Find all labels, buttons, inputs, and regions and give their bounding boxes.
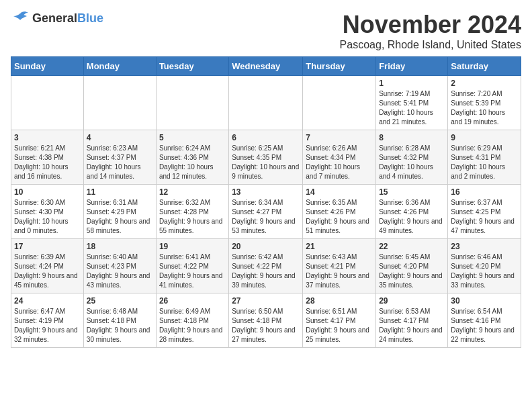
day-number: 27 <box>232 296 300 306</box>
day-number: 7 <box>306 133 373 142</box>
calendar-cell <box>11 76 84 130</box>
calendar-cell: 23Sunrise: 6:46 AM Sunset: 4:20 PM Dayli… <box>448 239 521 293</box>
day-number: 1 <box>379 79 445 88</box>
week-row-3: 10Sunrise: 6:30 AM Sunset: 4:30 PM Dayli… <box>11 185 521 239</box>
calendar-cell: 2Sunrise: 7:20 AM Sunset: 5:39 PM Daylig… <box>448 76 521 130</box>
location-title: Pascoag, Rhode Island, United States <box>340 39 521 51</box>
day-number: 12 <box>159 187 226 197</box>
weekday-header-thursday: Thursday <box>303 57 376 76</box>
day-number: 19 <box>159 242 226 251</box>
day-info: Sunrise: 6:49 AM Sunset: 4:18 PM Dayligh… <box>159 307 226 345</box>
day-info: Sunrise: 6:30 AM Sunset: 4:30 PM Dayligh… <box>14 198 81 236</box>
calendar-cell: 5Sunrise: 6:24 AM Sunset: 4:36 PM Daylig… <box>156 130 228 185</box>
calendar-cell <box>303 76 376 130</box>
day-info: Sunrise: 6:32 AM Sunset: 4:28 PM Dayligh… <box>159 198 226 236</box>
calendar-cell: 28Sunrise: 6:51 AM Sunset: 4:17 PM Dayli… <box>303 293 376 348</box>
calendar-cell: 27Sunrise: 6:50 AM Sunset: 4:18 PM Dayli… <box>229 293 303 348</box>
day-number: 30 <box>451 296 518 306</box>
calendar-cell: 9Sunrise: 6:29 AM Sunset: 4:31 PM Daylig… <box>448 130 521 185</box>
day-info: Sunrise: 6:31 AM Sunset: 4:29 PM Dayligh… <box>87 198 153 236</box>
calendar-cell: 21Sunrise: 6:43 AM Sunset: 4:21 PM Dayli… <box>303 239 376 293</box>
calendar-cell: 13Sunrise: 6:34 AM Sunset: 4:27 PM Dayli… <box>229 185 303 239</box>
calendar-cell: 3Sunrise: 6:21 AM Sunset: 4:38 PM Daylig… <box>11 130 84 185</box>
calendar-cell: 14Sunrise: 6:35 AM Sunset: 4:26 PM Dayli… <box>303 185 376 239</box>
day-number: 17 <box>14 242 81 251</box>
day-info: Sunrise: 6:39 AM Sunset: 4:24 PM Dayligh… <box>14 253 81 290</box>
day-number: 13 <box>232 187 300 197</box>
day-info: Sunrise: 7:20 AM Sunset: 5:39 PM Dayligh… <box>451 89 518 127</box>
day-info: Sunrise: 6:26 AM Sunset: 4:34 PM Dayligh… <box>306 144 373 181</box>
day-number: 18 <box>87 242 153 251</box>
calendar-cell: 10Sunrise: 6:30 AM Sunset: 4:30 PM Dayli… <box>11 185 84 239</box>
day-info: Sunrise: 6:50 AM Sunset: 4:18 PM Dayligh… <box>232 307 300 345</box>
weekday-header-sunday: Sunday <box>11 57 84 76</box>
day-info: Sunrise: 6:41 AM Sunset: 4:22 PM Dayligh… <box>159 253 226 290</box>
day-info: Sunrise: 6:29 AM Sunset: 4:31 PM Dayligh… <box>451 144 518 181</box>
weekday-header-row: SundayMondayTuesdayWednesdayThursdayFrid… <box>11 57 521 76</box>
day-number: 14 <box>306 187 373 197</box>
day-number: 3 <box>14 133 81 142</box>
calendar-cell: 6Sunrise: 6:25 AM Sunset: 4:35 PM Daylig… <box>229 130 303 185</box>
day-info: Sunrise: 6:28 AM Sunset: 4:32 PM Dayligh… <box>379 144 445 181</box>
calendar-cell: 16Sunrise: 6:37 AM Sunset: 4:25 PM Dayli… <box>448 185 521 239</box>
calendar-cell: 1Sunrise: 7:19 AM Sunset: 5:41 PM Daylig… <box>376 76 448 130</box>
day-number: 15 <box>379 187 445 197</box>
day-info: Sunrise: 7:19 AM Sunset: 5:41 PM Dayligh… <box>379 89 445 127</box>
day-number: 28 <box>306 296 373 306</box>
day-info: Sunrise: 6:47 AM Sunset: 4:19 PM Dayligh… <box>14 307 81 345</box>
day-info: Sunrise: 6:25 AM Sunset: 4:35 PM Dayligh… <box>232 144 300 181</box>
day-info: Sunrise: 6:21 AM Sunset: 4:38 PM Dayligh… <box>14 144 81 181</box>
calendar-cell: 30Sunrise: 6:54 AM Sunset: 4:16 PM Dayli… <box>448 293 521 348</box>
weekday-header-saturday: Saturday <box>448 57 521 76</box>
day-info: Sunrise: 6:40 AM Sunset: 4:23 PM Dayligh… <box>87 253 153 290</box>
day-info: Sunrise: 6:23 AM Sunset: 4:37 PM Dayligh… <box>87 144 153 181</box>
day-number: 8 <box>379 133 445 142</box>
day-number: 26 <box>159 296 226 306</box>
calendar-cell: 20Sunrise: 6:42 AM Sunset: 4:22 PM Dayli… <box>229 239 303 293</box>
day-info: Sunrise: 6:24 AM Sunset: 4:36 PM Dayligh… <box>159 144 226 181</box>
weekday-header-monday: Monday <box>83 57 156 76</box>
calendar-cell: 22Sunrise: 6:45 AM Sunset: 4:20 PM Dayli… <box>376 239 448 293</box>
calendar-cell: 12Sunrise: 6:32 AM Sunset: 4:28 PM Dayli… <box>156 185 228 239</box>
calendar-cell: 25Sunrise: 6:48 AM Sunset: 4:18 PM Dayli… <box>83 293 156 348</box>
logo-blue-text: Blue <box>77 11 103 25</box>
day-number: 5 <box>159 133 226 142</box>
logo-bird-icon <box>11 11 30 26</box>
calendar-cell: 11Sunrise: 6:31 AM Sunset: 4:29 PM Dayli… <box>83 185 156 239</box>
weekday-header-friday: Friday <box>376 57 448 76</box>
week-row-2: 3Sunrise: 6:21 AM Sunset: 4:38 PM Daylig… <box>11 130 521 185</box>
month-title: November 2024 <box>340 11 521 39</box>
calendar-cell <box>83 76 156 130</box>
day-info: Sunrise: 6:48 AM Sunset: 4:18 PM Dayligh… <box>87 307 153 345</box>
title-section: November 2024 Pascoag, Rhode Island, Uni… <box>340 11 521 51</box>
day-number: 21 <box>306 242 373 251</box>
calendar-table: SundayMondayTuesdayWednesdayThursdayFrid… <box>11 56 521 348</box>
day-number: 10 <box>14 187 81 197</box>
header: GeneralBlue November 2024 Pascoag, Rhode… <box>11 11 521 51</box>
calendar-cell <box>229 76 303 130</box>
calendar-cell: 29Sunrise: 6:53 AM Sunset: 4:17 PM Dayli… <box>376 293 448 348</box>
week-row-1: 1Sunrise: 7:19 AM Sunset: 5:41 PM Daylig… <box>11 76 521 130</box>
day-info: Sunrise: 6:42 AM Sunset: 4:22 PM Dayligh… <box>232 253 300 290</box>
day-number: 6 <box>232 133 300 142</box>
calendar-cell: 7Sunrise: 6:26 AM Sunset: 4:34 PM Daylig… <box>303 130 376 185</box>
day-number: 11 <box>87 187 153 197</box>
day-info: Sunrise: 6:34 AM Sunset: 4:27 PM Dayligh… <box>232 198 300 236</box>
day-info: Sunrise: 6:43 AM Sunset: 4:21 PM Dayligh… <box>306 253 373 290</box>
calendar-cell: 8Sunrise: 6:28 AM Sunset: 4:32 PM Daylig… <box>376 130 448 185</box>
day-info: Sunrise: 6:36 AM Sunset: 4:26 PM Dayligh… <box>379 198 445 236</box>
calendar-cell: 19Sunrise: 6:41 AM Sunset: 4:22 PM Dayli… <box>156 239 228 293</box>
week-row-4: 17Sunrise: 6:39 AM Sunset: 4:24 PM Dayli… <box>11 239 521 293</box>
day-number: 9 <box>451 133 518 142</box>
day-number: 22 <box>379 242 445 251</box>
calendar-cell: 26Sunrise: 6:49 AM Sunset: 4:18 PM Dayli… <box>156 293 228 348</box>
day-number: 16 <box>451 187 518 197</box>
day-info: Sunrise: 6:46 AM Sunset: 4:20 PM Dayligh… <box>451 253 518 290</box>
week-row-5: 24Sunrise: 6:47 AM Sunset: 4:19 PM Dayli… <box>11 293 521 348</box>
logo-general-text: General <box>32 11 77 25</box>
day-number: 29 <box>379 296 445 306</box>
day-number: 24 <box>14 296 81 306</box>
calendar-cell: 4Sunrise: 6:23 AM Sunset: 4:37 PM Daylig… <box>83 130 156 185</box>
day-info: Sunrise: 6:45 AM Sunset: 4:20 PM Dayligh… <box>379 253 445 290</box>
day-info: Sunrise: 6:37 AM Sunset: 4:25 PM Dayligh… <box>451 198 518 236</box>
